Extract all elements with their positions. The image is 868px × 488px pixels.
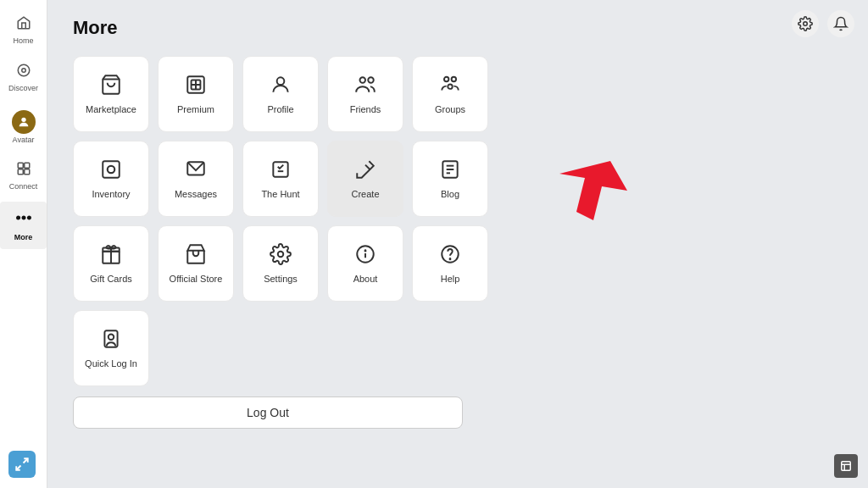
svg-point-1 — [21, 69, 25, 73]
sidebar-item-discover[interactable]: Discover — [0, 56, 47, 100]
sidebar-label-more: More — [14, 233, 33, 242]
sidebar-label-home: Home — [13, 36, 33, 46]
more-icon — [14, 208, 33, 231]
svg-rect-44 — [842, 462, 851, 471]
premium-label: Premium — [177, 104, 214, 114]
svg-point-2 — [21, 117, 25, 121]
svg-point-16 — [360, 77, 366, 83]
bottom-left-icon[interactable] — [8, 451, 36, 478]
sidebar-item-home[interactable]: Home — [0, 8, 47, 53]
help-icon — [439, 243, 461, 269]
svg-point-32 — [278, 252, 284, 258]
grid-item-profile[interactable]: Profile — [242, 56, 319, 132]
page-title: More — [73, 17, 843, 39]
about-icon — [354, 243, 376, 269]
inventory-icon — [100, 158, 122, 184]
connect-icon — [16, 161, 31, 180]
grid-item-inventory[interactable]: Inventory — [73, 141, 149, 217]
top-right-icons — [792, 10, 854, 37]
grid-item-messages[interactable]: Messages — [158, 141, 234, 217]
settings-top-icon[interactable] — [792, 10, 819, 37]
svg-point-19 — [452, 77, 456, 81]
grid-item-the-hunt[interactable]: The Hunt — [242, 141, 319, 217]
grid-item-quick-log-in[interactable]: Quick Log In — [73, 310, 149, 386]
sidebar-item-avatar[interactable]: Avatar — [0, 103, 47, 152]
grid-item-create[interactable]: Create — [327, 141, 403, 217]
hunt-label: The Hunt — [261, 189, 299, 199]
logout-button[interactable]: Log Out — [73, 396, 463, 429]
gift-label: Gift Cards — [90, 274, 132, 284]
store-icon — [185, 243, 207, 269]
grid-item-official-store[interactable]: Official Store — [158, 225, 234, 302]
bottom-right-icon[interactable] — [834, 454, 858, 478]
svg-rect-21 — [103, 161, 120, 178]
grid-item-friends[interactable]: Friends — [327, 56, 403, 132]
svg-point-17 — [368, 77, 374, 83]
inventory-label: Inventory — [92, 189, 130, 199]
premium-icon — [185, 74, 207, 99]
avatar — [12, 110, 36, 134]
grid-item-about[interactable]: About — [327, 225, 403, 302]
marketplace-icon — [100, 74, 122, 99]
grid-item-marketplace[interactable]: Marketplace — [73, 56, 149, 132]
svg-point-20 — [448, 84, 452, 88]
svg-point-9 — [28, 217, 31, 219]
sidebar-item-connect[interactable]: Connect — [0, 154, 47, 198]
create-icon — [354, 158, 376, 184]
settings-icon — [270, 243, 292, 269]
groups-icon — [439, 74, 461, 99]
svg-rect-5 — [18, 169, 23, 175]
svg-point-0 — [18, 64, 30, 76]
gift-icon — [100, 243, 122, 269]
svg-rect-3 — [18, 164, 23, 169]
svg-point-8 — [22, 217, 25, 219]
messages-label: Messages — [175, 189, 217, 199]
svg-rect-6 — [24, 169, 29, 175]
svg-rect-4 — [24, 164, 29, 169]
friends-label: Friends — [350, 104, 381, 114]
sidebar-label-connect: Connect — [9, 182, 38, 191]
grid-item-settings[interactable]: Settings — [242, 225, 319, 302]
svg-point-7 — [17, 217, 19, 219]
marketplace-label: Marketplace — [86, 104, 136, 114]
sidebar-label-discover: Discover — [8, 84, 38, 93]
svg-point-40 — [804, 22, 808, 26]
create-label: Create — [351, 189, 379, 199]
help-label: Help — [441, 274, 460, 284]
friends-icon — [354, 74, 376, 99]
svg-point-39 — [108, 335, 114, 341]
grid-item-groups[interactable]: Groups — [412, 56, 488, 132]
grid-item-blog[interactable]: Blog — [412, 141, 488, 217]
sidebar-label-avatar: Avatar — [13, 136, 35, 145]
discover-icon — [16, 63, 31, 82]
quick-log-in-label: Quick Log In — [85, 358, 137, 369]
grid: Marketplace Premium Profile Friends — [73, 56, 843, 386]
profile-icon — [270, 74, 292, 99]
sidebar-item-more[interactable]: More — [0, 202, 47, 249]
messages-icon — [185, 158, 207, 184]
main-content: More Marketplace Premium Profile — [47, 0, 868, 488]
svg-point-18 — [444, 77, 448, 81]
svg-rect-24 — [273, 162, 287, 176]
sidebar: Home Discover Avatar Connect More — [0, 0, 47, 488]
profile-label: Profile — [267, 104, 293, 114]
grid-item-help[interactable]: Help — [412, 225, 488, 302]
about-label: About — [353, 274, 378, 284]
settings-label: Settings — [264, 274, 298, 284]
svg-point-15 — [277, 77, 285, 85]
home-icon — [16, 15, 31, 35]
grid-item-premium[interactable]: Premium — [158, 56, 234, 132]
store-label: Official Store — [170, 274, 223, 284]
svg-line-25 — [365, 165, 370, 169]
groups-label: Groups — [435, 104, 465, 114]
notification-icon[interactable] — [827, 10, 854, 37]
hunt-icon — [270, 158, 292, 184]
svg-point-22 — [108, 166, 115, 174]
quicklogin-icon — [100, 328, 122, 353]
blog-icon — [439, 158, 461, 184]
blog-label: Blog — [441, 189, 459, 199]
grid-item-gift-cards[interactable]: Gift Cards — [73, 225, 149, 302]
